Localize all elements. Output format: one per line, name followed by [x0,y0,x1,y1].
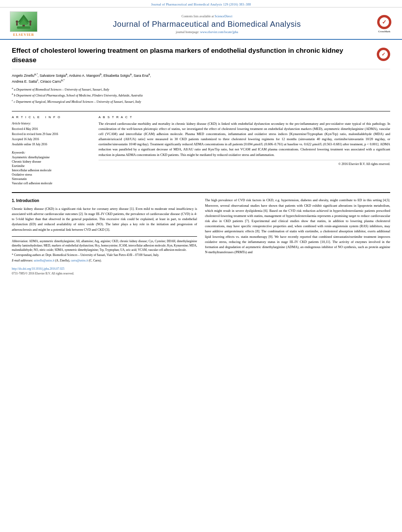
email-carru[interactable]: carru@uniss.it [71,259,88,262]
affiliation-b: b b Department of Clinical Pharmacology,… [12,92,390,98]
email-zinellu[interactable]: azinellu@uniss.it [34,259,54,262]
sciencedirect-link[interactable]: ScienceDirect [215,15,233,18]
crossmark-logo[interactable]: ✓ CrossMark [374,15,394,33]
article-title-section: Effect of cholesterol lowering treatment… [12,40,390,69]
footnote-abbrev: Abbreviation: ADMA, asymmetric dimethyla… [12,239,197,252]
body-two-col: 1. Introduction Chronic kidney disease (… [12,192,390,276]
journal-citation: Journal of Pharmaceutical and Biomedical… [151,3,251,6]
page-footer: http://dx.doi.org/10.1016/j.jpba.2016.07… [12,267,197,276]
svg-point-5 [16,20,18,23]
journal-main-title: Journal of Pharmaceutical and Biomedical… [39,20,374,29]
keyword-1: Asymmetric dimethylarginine [12,156,91,159]
keyword-4: Intercellular adhesion molecule [12,169,91,172]
section1-col2-text: The high prevalence of CVD risk factors … [205,198,390,255]
body-col-right: The high prevalence of CVD risk factors … [205,198,390,276]
abstract-heading: A B S T R A C T [99,115,390,119]
corresponding-note: * Corresponding authors at: Dept. Biomed… [12,253,197,257]
revised-date: Received in revised form 29 June 2016 [12,132,91,137]
elsevier-logo: ELSEVIER [8,11,39,37]
svg-point-7 [29,20,32,23]
section1-col1-text: Chronic kidney disease (CKD) is a signif… [12,206,197,232]
svg-rect-1 [17,26,30,29]
article-title-text: Effect of cholesterol lowering treatment… [12,46,377,65]
available-date: Available online 18 July 2016 [12,142,91,147]
journal-header: ELSEVIER Contents lists available at Sci… [0,7,402,40]
keyword-6: Simvastatin [12,177,91,181]
received-date: Received 4 May 2016 [12,127,91,132]
authors-line: Angelo Zinellua,*, Salvatore Sotgiaa, Ar… [12,72,390,85]
article-info-block: Article history: Received 4 May 2016 Rec… [12,121,91,147]
keywords-label: Keywords: [12,151,91,154]
doi-link[interactable]: http://dx.doi.org/10.1016/j.jpba.2016.07… [12,267,64,271]
col-article-info: A R T I C L E I N F O Article history: R… [12,115,91,186]
elsevier-logo-image [10,11,37,32]
crossmark-badge-inner: ✓ [379,50,388,59]
abstract-text: The elevated cardiovascular morbidity an… [99,121,390,167]
keywords-section: Keywords: Asymmetric dimethylarginine Ch… [12,151,91,185]
svg-rect-6 [16,23,18,26]
svg-rect-8 [30,23,31,26]
keyword-5: Oxidative stress [12,173,91,176]
affiliations: a a Department of Biomedical Sciences – … [12,86,390,104]
journal-title-center: Contents lists available at ScienceDirec… [39,15,374,34]
accepted-date: Accepted 16 July 2016 [12,137,91,142]
crossmark-label: CrossMark [378,30,390,33]
email-line: E-mail addresses: azinellu@uniss.it (A. … [12,258,197,263]
contents-line: Contents lists available at ScienceDirec… [39,15,374,18]
article-title: Effect of cholesterol lowering treatment… [12,46,369,65]
authors-section: Angelo Zinellua,*, Salvatore Sotgiaa, Ar… [12,69,390,106]
elsevier-text: ELSEVIER [13,33,34,37]
body-col-left: 1. Introduction Chronic kidney disease (… [12,198,197,276]
article-content: Effect of cholesterol lowering treatment… [0,40,402,284]
crossmark-inner: ✓ [380,17,389,27]
doi-line: http://dx.doi.org/10.1016/j.jpba.2016.07… [12,267,197,271]
crossmark-circle: ✓ [377,15,391,29]
abstract-body: The elevated cardiovascular morbidity an… [99,121,390,158]
affiliation-c: c c Department of Surgical, Microsurgica… [12,98,390,104]
article-info-heading: A R T I C L E I N F O [12,115,91,119]
issn-line: 0731-7085/© 2016 Elsevier B.V. All right… [12,271,197,276]
section1-heading: 1. Introduction [12,198,197,204]
crossmark-side[interactable]: ✓ [377,48,390,61]
affiliation-a: a a Department of Biomedical Sciences – … [12,86,390,92]
homepage-link[interactable]: www.elsevier.com/locate/jpba [200,30,238,34]
top-bar: Journal of Pharmaceutical and Biomedical… [0,0,402,7]
keyword-3: Ezetimibe [12,164,91,168]
keyword-7: Vascular cell adhesion molecule [12,182,91,185]
article-history-label: Article history: [12,121,91,126]
col-abstract: A B S T R A C T The elevated cardiovascu… [99,115,390,186]
crossmark-badge: ✓ [377,48,390,61]
homepage-line: journal homepage: www.elsevier.com/locat… [39,30,374,34]
two-col-header: A R T I C L E I N F O Article history: R… [12,111,390,186]
keyword-2: Chronic kidney disease [12,160,91,163]
footnote-area: Abbreviation: ADMA, asymmetric dimethyla… [12,236,197,263]
copyright-line: © 2016 Elsevier B.V. All rights reserved… [99,160,390,167]
